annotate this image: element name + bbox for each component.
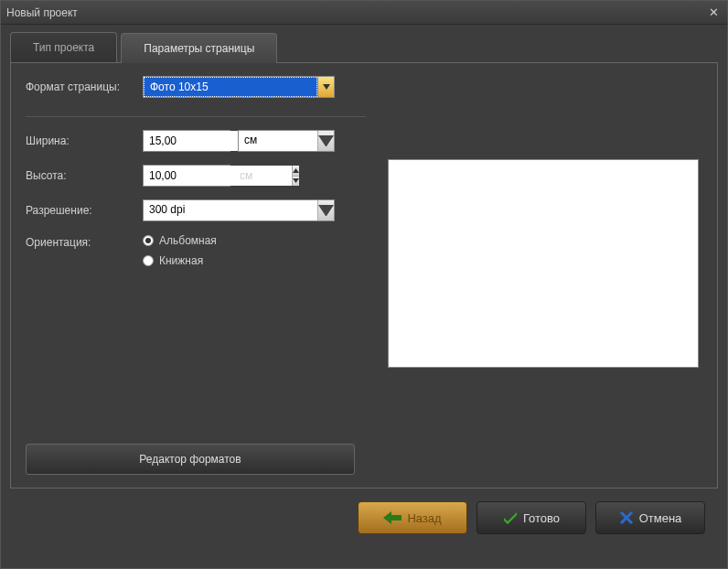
row-height: Высота: см [26,165,366,187]
resolution-value: 300 dpi [144,200,317,220]
width-unit-value: см [239,131,317,151]
label-width: Ширина: [26,134,143,147]
done-label: Готово [523,511,560,525]
back-button[interactable]: Назад [358,501,467,534]
label-resolution: Разрешение: [26,204,143,217]
resolution-select[interactable]: 300 dpi [143,199,335,221]
page-format-select[interactable]: Фото 10х15 [143,76,335,98]
height-input[interactable] [144,166,292,186]
orientation-group: Альбомная Книжная [143,234,217,267]
row-orientation: Ориентация: Альбомная Книжная [26,234,366,267]
row-width: Ширина: см [26,130,366,152]
chevron-down-icon[interactable] [317,200,334,220]
cancel-button[interactable]: Отмена [595,501,705,534]
width-unit-select[interactable]: см [238,130,335,152]
radio-icon [143,235,154,246]
svg-marker-0 [323,84,330,90]
radio-portrait-label: Книжная [159,254,203,267]
svg-marker-6 [318,205,334,217]
label-orientation: Ориентация: [26,234,143,249]
height-spinner[interactable] [143,165,230,187]
tab-project-type[interactable]: Тип проекта [10,32,117,62]
arrow-left-icon [383,511,401,524]
titlebar: Новый проект ✕ [1,1,727,25]
chevron-down-icon[interactable] [317,77,334,97]
spinner-up-icon[interactable] [293,166,299,177]
width-spinner[interactable] [143,130,230,152]
height-unit: см [240,169,252,182]
label-format: Формат страницы: [26,81,143,93]
tabs-row: Тип проекта Параметры страницы [10,32,718,62]
form-column: Формат страницы: Фото 10х15 Ширина: [26,76,366,475]
radio-landscape-label: Альбомная [159,234,217,247]
tab-panel: Формат страницы: Фото 10х15 Ширина: [10,62,718,488]
close-icon[interactable]: ✕ [705,5,722,20]
cross-icon [619,510,634,525]
divider [26,116,366,117]
done-button[interactable]: Готово [476,501,586,534]
svg-marker-3 [318,135,334,147]
chevron-down-icon[interactable] [317,131,334,151]
cancel-label: Отмена [639,511,682,525]
tab-page-params[interactable]: Параметры страницы [121,33,277,63]
format-editor-button[interactable]: Редактор форматов [26,444,355,475]
radio-landscape[interactable]: Альбомная [143,234,217,247]
svg-marker-8 [504,512,517,524]
footer: Назад Готово Отмена [10,488,718,534]
spinner-down-icon[interactable] [293,177,299,187]
window-body: Тип проекта Параметры страницы Формат ст… [1,25,727,534]
preview-canvas [388,159,699,368]
row-format: Формат страницы: Фото 10х15 [26,76,366,98]
check-icon [503,511,518,524]
window-title: Новый проект [6,6,705,19]
svg-marker-5 [293,178,299,183]
svg-marker-7 [383,511,401,524]
svg-marker-4 [293,168,299,173]
back-label: Назад [407,511,441,525]
label-height: Высота: [26,169,143,182]
page-format-value: Фото 10х15 [144,77,317,97]
row-resolution: Разрешение: 300 dpi [26,199,366,221]
radio-icon [143,255,154,266]
radio-portrait[interactable]: Книжная [143,254,217,267]
